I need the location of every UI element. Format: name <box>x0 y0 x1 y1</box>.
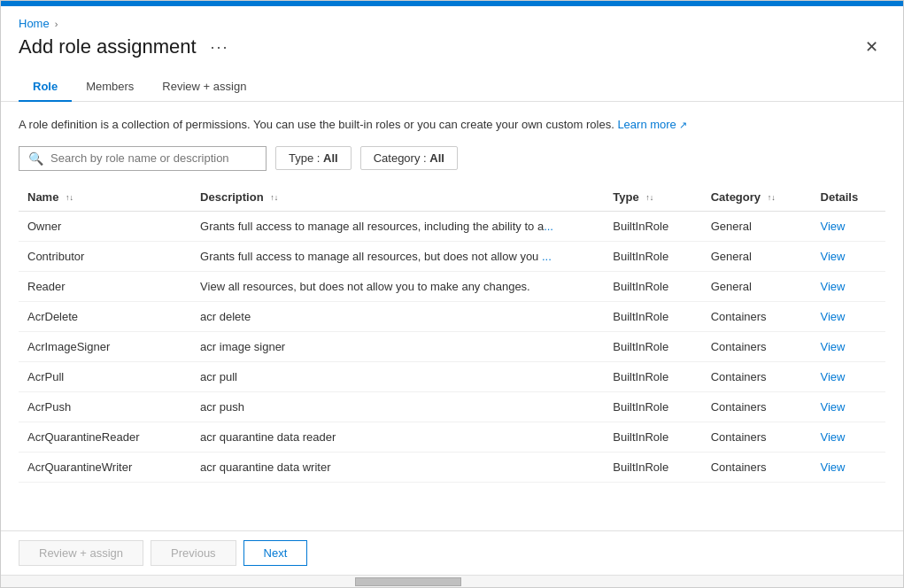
view-link[interactable]: View <box>821 250 846 263</box>
type-filter-button[interactable]: Type : All <box>275 146 352 170</box>
cell-details: View <box>812 241 885 271</box>
cell-category: General <box>702 211 812 241</box>
next-button[interactable]: Next <box>243 540 308 566</box>
category-filter-button[interactable]: Category : All <box>360 146 458 170</box>
cell-details: View <box>812 361 885 391</box>
cell-category: General <box>702 241 812 271</box>
search-box[interactable]: 🔍 <box>19 146 267 171</box>
col-header-details: Details <box>812 183 885 212</box>
horizontal-scrollbar[interactable] <box>1 575 903 587</box>
view-link[interactable]: View <box>821 460 846 474</box>
cell-type: BuiltInRole <box>604 271 701 301</box>
cell-details: View <box>812 271 885 301</box>
sort-icon-name: ↑↓ <box>66 193 73 202</box>
view-link[interactable]: View <box>821 340 846 353</box>
close-button[interactable]: ✕ <box>858 35 885 58</box>
cell-description: Grants full access to manage all resourc… <box>191 241 604 271</box>
table-row[interactable]: AcrDeleteacr deleteBuiltInRoleContainers… <box>19 301 885 331</box>
table-row[interactable]: OwnerGrants full access to manage all re… <box>19 211 885 241</box>
filters-row: 🔍 Type : All Category : All <box>19 146 885 171</box>
breadcrumb: Home › <box>19 17 885 30</box>
tab-review-assign[interactable]: Review + assign <box>148 73 260 102</box>
cell-description: acr quarantine data reader <box>191 422 604 452</box>
sort-icon-type: ↑↓ <box>645 193 653 202</box>
cell-category: Containers <box>702 391 812 422</box>
roles-table-wrap: Name ↑↓ Description ↑↓ Type ↑↓ Categor <box>19 183 885 517</box>
review-assign-button[interactable]: Review + assign <box>19 540 143 566</box>
cell-category: Containers <box>702 331 812 361</box>
main-window: Home › Add role assignment ··· ✕ Role Me… <box>0 0 904 588</box>
page-title: Add role assignment <box>19 35 197 58</box>
cell-name: AcrPull <box>19 361 191 391</box>
cell-details: View <box>812 301 885 331</box>
cell-name: AcrPush <box>19 391 191 422</box>
tab-role[interactable]: Role <box>19 73 72 102</box>
footer: Review + assign Previous Next <box>1 530 903 575</box>
breadcrumb-home[interactable]: Home <box>19 17 50 30</box>
breadcrumb-separator: › <box>55 19 58 29</box>
learn-more-link[interactable]: Learn more ↗ <box>617 118 687 131</box>
cell-type: BuiltInRole <box>604 331 701 361</box>
content-area: A role definition is a collection of per… <box>1 102 903 530</box>
cell-type: BuiltInRole <box>604 422 701 452</box>
cell-description: acr quarantine data writer <box>191 452 604 482</box>
cell-category: Containers <box>702 452 812 482</box>
table-row[interactable]: AcrQuarantineReaderacr quarantine data r… <box>19 422 885 452</box>
table-row[interactable]: ContributorGrants full access to manage … <box>19 241 885 271</box>
cell-name: Reader <box>19 271 191 301</box>
cell-details: View <box>812 422 885 452</box>
cell-details: View <box>812 211 885 241</box>
table-row[interactable]: AcrImageSigneracr image signerBuiltInRol… <box>19 331 885 361</box>
cell-name: AcrImageSigner <box>19 331 191 361</box>
cell-type: BuiltInRole <box>604 391 701 422</box>
tab-members[interactable]: Members <box>72 73 148 102</box>
cell-name: AcrQuarantineReader <box>19 422 191 452</box>
col-header-category[interactable]: Category ↑↓ <box>702 183 812 212</box>
horizontal-scrollbar-thumb[interactable] <box>355 577 461 586</box>
sort-icon-description: ↑↓ <box>270 193 278 202</box>
cell-details: View <box>812 331 885 361</box>
cell-description: acr pull <box>191 361 604 391</box>
cell-name: AcrDelete <box>19 301 191 331</box>
cell-details: View <box>812 391 885 422</box>
description-text: A role definition is a collection of per… <box>19 116 885 134</box>
view-link[interactable]: View <box>821 310 846 323</box>
cell-name: Contributor <box>19 241 191 271</box>
cell-type: BuiltInRole <box>604 452 701 482</box>
cell-category: Containers <box>702 361 812 391</box>
previous-button[interactable]: Previous <box>151 540 236 566</box>
cell-type: BuiltInRole <box>604 241 701 271</box>
cell-description: acr push <box>191 391 604 422</box>
header: Home › Add role assignment ··· ✕ <box>1 6 903 58</box>
search-input[interactable] <box>50 151 257 165</box>
table-row[interactable]: AcrQuarantineWriteracr quarantine data w… <box>19 452 885 482</box>
cell-description: View all resources, but does not allow y… <box>191 271 604 301</box>
table-row[interactable]: ReaderView all resources, but does not a… <box>19 271 885 301</box>
cell-description: Grants full access to manage all resourc… <box>191 211 604 241</box>
table-row[interactable]: AcrPullacr pullBuiltInRoleContainersView <box>19 361 885 391</box>
ellipsis-button[interactable]: ··· <box>205 36 235 58</box>
col-header-type[interactable]: Type ↑↓ <box>604 183 701 212</box>
cell-type: BuiltInRole <box>604 301 701 331</box>
cell-name: Owner <box>19 211 191 241</box>
view-link[interactable]: View <box>821 400 846 414</box>
view-link[interactable]: View <box>821 280 846 293</box>
tabs-bar: Role Members Review + assign <box>1 58 903 102</box>
cell-details: View <box>812 452 885 482</box>
cell-type: BuiltInRole <box>604 361 701 391</box>
cell-type: BuiltInRole <box>604 211 701 241</box>
sort-icon-category: ↑↓ <box>768 193 776 202</box>
view-link[interactable]: View <box>821 220 846 233</box>
cell-category: Containers <box>702 422 812 452</box>
view-link[interactable]: View <box>821 430 846 444</box>
cell-category: Containers <box>702 301 812 331</box>
col-header-name[interactable]: Name ↑↓ <box>19 183 191 212</box>
cell-category: General <box>702 271 812 301</box>
col-header-description[interactable]: Description ↑↓ <box>191 183 604 212</box>
table-header-row: Name ↑↓ Description ↑↓ Type ↑↓ Categor <box>19 183 885 212</box>
view-link[interactable]: View <box>821 370 846 383</box>
table-row[interactable]: AcrPushacr pushBuiltInRoleContainersView <box>19 391 885 422</box>
roles-table: Name ↑↓ Description ↑↓ Type ↑↓ Categor <box>19 183 885 483</box>
cell-name: AcrQuarantineWriter <box>19 452 191 482</box>
cell-description: acr delete <box>191 301 604 331</box>
